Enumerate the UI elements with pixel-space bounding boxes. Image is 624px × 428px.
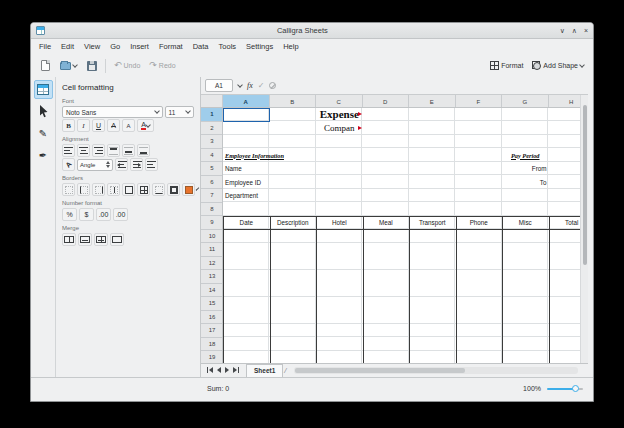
cell-C9[interactable]: Hotel [316,216,363,230]
align-center-button[interactable] [77,144,90,157]
border-inner-vertical-button[interactable] [107,183,120,196]
format-button[interactable]: Format [487,57,526,74]
cell-G4[interactable]: Pay Period [502,149,549,163]
open-document-button[interactable] [57,57,80,74]
decrease-indent-button[interactable] [115,158,128,171]
menu-format[interactable]: Format [154,42,188,51]
next-sheet-button[interactable] [225,367,229,373]
cell-A9[interactable]: Date [223,216,270,230]
menu-help[interactable]: Help [278,42,303,51]
rotate-text-button[interactable]: A [62,158,75,171]
close-button[interactable]: × [584,27,588,35]
cell-G5[interactable]: From [502,162,549,176]
vertical-text-button[interactable]: A [122,119,135,132]
border-none-button[interactable] [62,183,75,196]
border-bottom-button[interactable] [152,183,165,196]
menu-insert[interactable]: Insert [125,42,154,51]
strikethrough-button[interactable]: A [107,119,120,132]
horizontal-scrollbar-thumb[interactable] [295,368,466,373]
column-header-D[interactable]: D [363,95,410,108]
border-right-button[interactable] [92,183,105,196]
cell-A6[interactable]: Employee ID [223,176,270,190]
menu-go[interactable]: Go [105,42,125,51]
border-left-button[interactable] [77,183,90,196]
cell-grid[interactable]: ExpenseCompanEmployee InformationPay Per… [223,108,582,365]
row-header-16[interactable]: 16 [201,311,223,325]
row-header-8[interactable]: 8 [201,203,223,217]
select-all-corner[interactable] [201,95,223,108]
undo-button[interactable]: ↶ Undo [111,57,143,74]
column-header-A[interactable]: A [223,95,270,108]
align-right-button[interactable] [92,144,105,157]
wrap-text-button[interactable] [145,158,158,171]
cancel-icon[interactable] [269,82,276,89]
apply-check-icon[interactable]: ✓ [258,81,265,90]
cell-E9[interactable]: Transport [409,216,456,230]
menu-tools[interactable]: Tools [214,42,242,51]
percent-format-button[interactable]: % [62,208,77,221]
align-left-button[interactable] [62,144,75,157]
column-header-C[interactable]: C [316,95,363,108]
angle-spinbox[interactable]: Angle [77,159,113,171]
italic-button[interactable]: I [77,119,90,132]
border-thick-button[interactable] [167,183,180,196]
cell-G9[interactable]: Misc [502,216,549,230]
row-header-15[interactable]: 15 [201,297,223,311]
menu-data[interactable]: Data [188,42,214,51]
cell-A7[interactable]: Department [223,189,270,203]
new-document-button[interactable] [37,57,54,74]
row-header-4[interactable]: 4 [201,149,223,163]
unmerge-cells-button[interactable] [110,233,124,246]
cell-tool-button[interactable] [34,80,53,99]
previous-sheet-button[interactable] [217,367,221,373]
column-header-G[interactable]: G [502,95,549,108]
redo-button[interactable]: ↷ Redo [146,57,178,74]
row-header-11[interactable]: 11 [201,243,223,257]
function-button[interactable]: fx [247,81,253,90]
currency-format-button[interactable]: $ [79,208,94,221]
freehand-tool-button[interactable]: ✎ [34,124,53,143]
cell-H9[interactable]: Total [549,216,583,230]
vertical-scrollbar-thumb[interactable] [583,105,587,265]
cell-A4[interactable]: Employee Information [223,149,270,163]
cell-A5[interactable]: Name [223,162,270,176]
sheet-tab[interactable]: Sheet1 [246,364,283,377]
underline-button[interactable]: U [92,119,105,132]
zoom-slider[interactable] [547,388,583,390]
column-header-B[interactable]: B [270,95,317,108]
titlebar[interactable]: Calligra Sheets ∨ ∧ × [31,23,593,39]
cell-F9[interactable]: Phone [456,216,503,230]
save-button[interactable] [83,57,100,74]
first-sheet-button[interactable] [207,367,213,373]
cell-D9[interactable]: Meal [363,216,410,230]
border-color-button[interactable] [182,183,195,196]
row-header-7[interactable]: 7 [201,189,223,203]
align-bottom-button[interactable] [137,144,150,157]
decrease-precision-button[interactable]: .00 [113,208,128,221]
maximize-button[interactable]: ∧ [572,27,577,35]
vertical-scrollbar[interactable] [580,95,588,363]
cell-G6[interactable]: To [502,176,549,190]
cell-C2[interactable]: Compan [316,122,363,136]
font-color-button[interactable]: A [137,119,154,132]
row-header-5[interactable]: 5 [201,162,223,176]
menu-edit[interactable]: Edit [56,42,79,51]
merge-cells-button[interactable] [62,233,76,246]
zoom-slider-handle[interactable] [572,385,579,392]
border-all-button[interactable] [137,183,150,196]
row-header-3[interactable]: 3 [201,135,223,149]
row-header-1[interactable]: 1 [201,108,223,122]
row-header-10[interactable]: 10 [201,230,223,244]
menu-settings[interactable]: Settings [241,42,278,51]
shape-select-tool-button[interactable] [34,102,53,121]
row-header-9[interactable]: 9 [201,216,223,230]
bold-button[interactable]: B [62,119,75,132]
calligraphy-tool-button[interactable]: ✒ [34,146,53,165]
menu-file[interactable]: File [34,42,56,51]
row-header-6[interactable]: 6 [201,176,223,190]
increase-precision-button[interactable]: .00 [96,208,111,221]
row-header-17[interactable]: 17 [201,324,223,338]
row-header-13[interactable]: 13 [201,270,223,284]
spin-down-icon[interactable] [106,165,110,168]
column-header-H[interactable]: H [549,95,581,108]
